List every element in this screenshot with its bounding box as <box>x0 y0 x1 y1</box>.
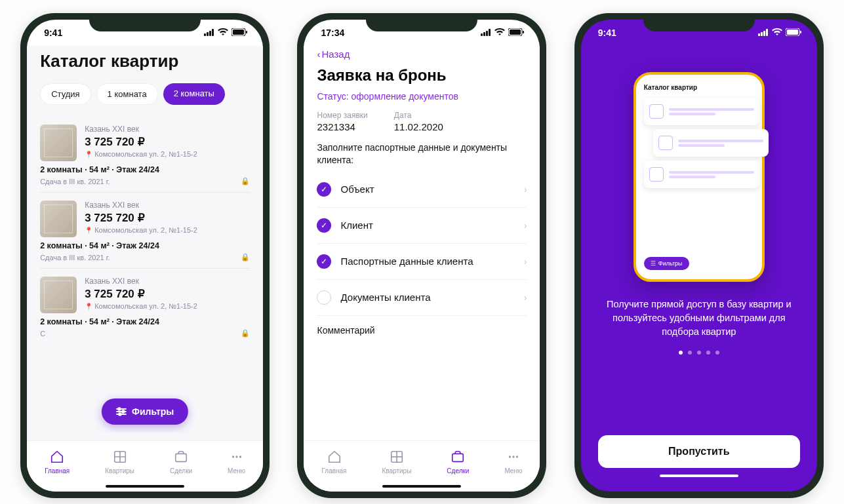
tab-label: Главная <box>321 467 346 475</box>
screen: 9:41 Каталог квартир Студия1 комната2 ко… <box>27 20 263 492</box>
listing-card[interactable]: Казань XXI век 3 725 720 ₽ 📍Комсомольска… <box>40 117 250 192</box>
page-dots[interactable] <box>679 351 719 355</box>
page-dot[interactable] <box>679 351 683 355</box>
tab-label: Квартиры <box>105 467 134 475</box>
mock-title: Каталог квартир <box>644 84 754 91</box>
chevron-right-icon: › <box>524 184 527 195</box>
step-row[interactable]: ✓ Клиент › <box>317 208 527 244</box>
listing-meta: 2 комнаты · 54 м² · Этаж 24/24 <box>40 241 250 250</box>
svg-rect-16 <box>176 454 187 461</box>
mock-card <box>644 161 759 188</box>
tab-grid[interactable]: Квартиры <box>382 450 412 475</box>
tabbar: ГлавнаяКвартирыСделкиМеню <box>27 440 263 482</box>
date-label: Дата <box>394 111 443 120</box>
tab-case[interactable]: Сделки <box>170 450 192 475</box>
svg-point-17 <box>231 456 233 457</box>
filter-chip[interactable]: 1 комната <box>96 83 158 105</box>
sliders-icon: ☰ <box>651 260 656 267</box>
svg-point-33 <box>516 456 518 457</box>
listing-card[interactable]: Казань XXI век 3 725 720 ₽ 📍Комсомольска… <box>40 268 250 344</box>
project-name: Казань XXI век <box>85 201 250 210</box>
listing-scroll[interactable]: Казань XXI век 3 725 720 ₽ 📍Комсомольска… <box>40 117 250 433</box>
svg-point-32 <box>512 456 514 457</box>
page-dot[interactable] <box>715 351 719 355</box>
listing-card[interactable]: Казань XXI век 3 725 720 ₽ 📍Комсомольска… <box>40 192 250 268</box>
skip-button[interactable]: Пропустить <box>598 435 800 468</box>
step-label: Клиент <box>340 220 514 231</box>
filters-button[interactable]: Фильтры <box>102 398 188 425</box>
check-icon: ✓ <box>317 254 331 269</box>
mock-filters-pill: ☰ Фильтры <box>644 257 689 270</box>
page-title: Заявка на бронь <box>317 66 527 85</box>
project-name: Казань XXI век <box>85 277 250 286</box>
check-icon: ✓ <box>317 218 331 233</box>
status-time: 9:41 <box>598 28 616 38</box>
tab-case[interactable]: Сделки <box>447 450 469 475</box>
tab-grid[interactable]: Квартиры <box>105 450 134 475</box>
address: 📍Комсомольская ул. 2, №1-15-2 <box>85 150 250 158</box>
tab-label: Меню <box>228 467 245 475</box>
status-indicators <box>758 28 801 38</box>
svg-rect-1 <box>207 32 209 36</box>
step-row[interactable]: ✓ Объект › <box>317 172 527 208</box>
case-icon <box>174 450 188 465</box>
grid-icon <box>390 450 404 465</box>
tab-home[interactable]: Главная <box>45 450 70 475</box>
floorplan-thumb <box>40 125 77 161</box>
home-icon <box>327 450 342 465</box>
filter-chip[interactable]: Студия <box>40 83 90 105</box>
home-indicator[interactable] <box>106 485 184 488</box>
instruction-text: Заполните паспортные данные и документы … <box>317 142 527 166</box>
svg-rect-34 <box>758 33 760 36</box>
meta-row: Номер заявки 2321334 Дата 11.02.2020 <box>317 111 527 132</box>
page-dot[interactable] <box>688 351 692 355</box>
step-label: Паспортные данные клиента <box>340 256 514 267</box>
address: 📍Комсомольская ул. 2, №1-15-2 <box>85 302 250 310</box>
floorplan-thumb <box>40 277 77 313</box>
home-indicator[interactable] <box>660 475 738 477</box>
svg-rect-36 <box>763 31 765 36</box>
svg-rect-39 <box>787 29 798 35</box>
phone-onboarding: 9:41 Каталог квартир ☰ Фильтры П <box>574 13 824 498</box>
grid-icon <box>113 450 127 465</box>
svg-rect-5 <box>233 29 244 35</box>
tab-dots[interactable]: Меню <box>228 450 245 475</box>
page-dot[interactable] <box>706 351 710 355</box>
chevron-right-icon: › <box>524 292 527 303</box>
svg-rect-22 <box>486 31 488 36</box>
step-list: ✓ Объект ›✓ Клиент ›✓ Паспортные данные … <box>317 172 527 316</box>
tab-dots[interactable]: Меню <box>504 450 522 475</box>
svg-rect-0 <box>204 33 206 36</box>
home-icon <box>50 450 64 465</box>
page-dot[interactable] <box>697 351 701 355</box>
wifi-icon <box>218 28 228 38</box>
price: 3 725 720 ₽ <box>85 287 250 301</box>
lock-icon: 🔒 <box>241 177 250 185</box>
back-button[interactable]: ‹ Назад <box>317 48 527 60</box>
tab-label: Главная <box>45 467 70 475</box>
step-row[interactable]: Документы клиента › <box>317 280 527 316</box>
phone-catalog: 9:41 Каталог квартир Студия1 комната2 ко… <box>20 13 270 498</box>
filter-chip[interactable]: 2 комнаты <box>163 83 225 105</box>
onboard-content: Каталог квартир ☰ Фильтры Получите прямо… <box>581 46 817 492</box>
floorplan-icon <box>658 136 673 150</box>
step-label: Объект <box>340 184 514 195</box>
status-indicators <box>481 28 524 38</box>
svg-rect-6 <box>246 31 247 33</box>
request-number: Номер заявки 2321334 <box>317 111 367 132</box>
tab-home[interactable]: Главная <box>321 450 346 475</box>
home-indicator[interactable] <box>382 485 461 488</box>
step-row[interactable]: ✓ Паспортные данные клиента › <box>317 244 527 280</box>
pin-icon: 📍 <box>85 303 92 310</box>
status-indicators <box>204 28 247 38</box>
dots-icon <box>506 450 521 465</box>
screen: 17:34 ‹ Назад Заявка на бронь Статус: оф… <box>304 20 540 492</box>
svg-rect-20 <box>481 33 483 36</box>
listing-meta: 2 комнаты · 54 м² · Этаж 24/24 <box>40 165 250 174</box>
battery-icon <box>231 28 247 38</box>
bottom-nav: ГлавнаяКвартирыСделкиМеню <box>27 440 263 492</box>
request-date: Дата 11.02.2020 <box>394 111 443 132</box>
screen: 9:41 Каталог квартир ☰ Фильтры П <box>581 20 817 492</box>
floorplan-icon <box>649 167 664 182</box>
skip-label: Пропустить <box>668 446 729 457</box>
